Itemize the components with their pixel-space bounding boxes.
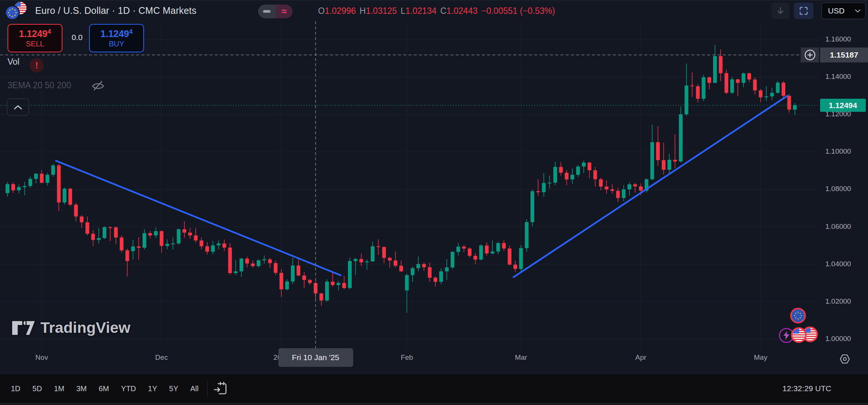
month-label[interactable]: Apr [635,353,647,362]
bar-style-toggle-icon[interactable] [258,4,275,18]
candle-body [285,282,289,289]
candle-body [354,259,357,261]
range-button-5y[interactable]: 5Y [166,382,181,395]
candle-body [411,268,415,275]
candle-body [565,173,569,180]
add-alert-button[interactable] [801,47,819,62]
candle-body [131,246,135,251]
month-label[interactable]: Nov [36,353,48,362]
tradingview-logo-icon [10,320,37,336]
range-button-1d[interactable]: 1D [7,382,24,395]
symbol-title[interactable]: Euro / U.S. Dollar · 1D · CMC Markets [35,5,196,16]
candle-body [434,278,437,282]
lightning-icon [782,331,791,340]
candle-body [656,142,660,160]
month-label[interactable]: May [754,353,767,362]
candle-body [719,56,722,73]
price-tick-label[interactable]: 1.02000 [825,297,851,306]
ohlc-readout: O1.02996 H1.03125 L1.02134 C1.02443 −0.0… [318,6,555,16]
range-button-5d[interactable]: 5D [29,382,46,395]
range-button-6m[interactable]: 6M [95,382,113,395]
candle-body [51,165,55,175]
candle-body [576,166,580,175]
last-price-label: 1.12494 [820,99,866,112]
price-tick-label[interactable]: 1.04000 [825,260,851,268]
candle-body [599,179,603,187]
buy-button[interactable]: 1.12494 BUY [89,24,144,52]
range-button-3m[interactable]: 3M [73,382,90,395]
collapse-pane-button[interactable] [7,98,29,116]
range-selector: 1D5D1M3M6MYTD1Y5YAll [7,382,202,395]
candle-body [114,227,118,237]
month-label[interactable]: Feb [401,353,413,362]
eu-economic-event-icon[interactable] [790,308,806,323]
price-tick-label[interactable]: 1.10000 [825,147,851,156]
candle-body [730,79,734,93]
currency-select[interactable]: USD [822,3,866,19]
candle-body [702,77,706,99]
us-economic-event-icon[interactable] [791,327,807,343]
candle-body [251,264,255,266]
candle-body [177,229,181,243]
trendline-drawing[interactable] [56,161,341,275]
month-label[interactable]: Mar [515,353,527,362]
candle-body [485,246,489,254]
candle-body [685,86,688,114]
candlestick-chart-canvas[interactable] [0,0,868,405]
bottom-toolbar: 1D5D1M3M6MYTD1Y5YAll 12:32:29 UTC [0,374,868,403]
candle-body [325,282,329,301]
range-button-1m[interactable]: 1M [51,382,68,395]
go-to-date-button[interactable] [213,380,229,397]
price-tick-label[interactable]: 1.00000 [825,335,851,343]
candle-body [376,246,380,247]
sell-button[interactable]: 1.12494 SELL [7,24,62,52]
price-tick-label[interactable]: 1.16000 [825,35,851,43]
price-tick-label[interactable]: 1.06000 [825,223,851,231]
candle-body [388,258,392,261]
candle-body [536,191,540,192]
candle-body [593,170,597,179]
candle-body [57,165,61,202]
candle-body [553,167,557,182]
price-tick-label[interactable]: 1.08000 [825,185,851,193]
price-tick-label[interactable]: 1.14000 [825,73,851,81]
trendline-drawing[interactable] [514,96,788,277]
candle-body [268,260,272,263]
candle-body [787,96,791,110]
spread-value: 0.0 [67,33,88,42]
candle-body [228,248,232,273]
candle-body [160,231,163,246]
close-value: 1.02443 [446,6,477,16]
tradingview-watermark: TradingView [10,319,131,337]
candle-body [120,237,123,251]
candle-body [519,248,523,269]
candle-body [291,266,295,282]
change-value: −0.00551 (−0.53%) [482,6,555,16]
candle-body [416,264,420,268]
month-label[interactable]: Dec [155,353,168,362]
sell-price: 1.12494 [19,28,51,39]
axis-settings-icon[interactable] [838,352,852,367]
candle-body [399,266,403,271]
candle-body [342,283,346,288]
range-button-ytd[interactable]: YTD [118,382,140,395]
calendar-goto-icon [213,380,229,397]
candle-body [548,182,551,183]
candle-body [239,259,243,271]
candle-body [365,261,369,263]
candle-body [696,86,700,99]
wave-style-toggle-icon[interactable]: ≈ [275,4,293,18]
volume-warning-icon[interactable]: ! [30,58,44,73]
candle-body [109,227,112,228]
range-button-1y[interactable]: 1Y [145,382,161,395]
download-button[interactable] [771,3,789,19]
eye-off-icon[interactable] [91,79,105,92]
crosshair-date-tooltip: Fri 10 Jan '25 [278,348,353,367]
clock-utc[interactable]: 12:32:29 UTC [782,384,831,393]
candle-body [462,247,466,249]
candle-body [525,222,529,248]
candle-body [736,79,740,83]
range-button-all[interactable]: All [187,382,202,395]
candle-body [673,160,677,162]
fullscreen-button[interactable] [794,3,813,19]
